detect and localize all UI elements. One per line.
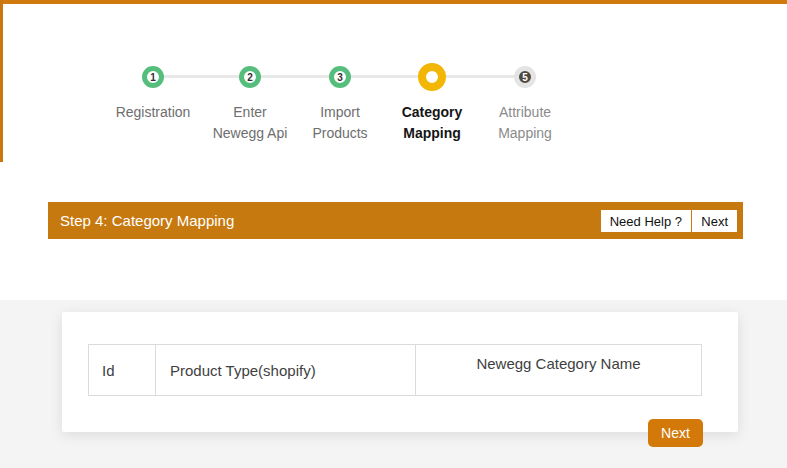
table-header-product-type: Product Type(shopify) — [156, 345, 416, 395]
category-mapping-table: Id Product Type(shopify) Newegg Category… — [88, 344, 702, 396]
step-label: Category Mapping — [384, 102, 480, 144]
step-label: Registration — [105, 102, 201, 123]
progress-stepper: 1 Registration 2 Enter Newegg Api 3 — [0, 0, 787, 160]
step-number: 1 — [150, 72, 156, 83]
step-number: 5 — [522, 72, 528, 83]
step-label: Enter Newegg Api — [202, 102, 298, 144]
table-header-id: Id — [89, 345, 156, 395]
step-label-line2: Mapping — [477, 123, 573, 144]
step-3-circle-icon: 3 — [329, 66, 351, 88]
step-dot-wrap: 3 — [292, 63, 388, 91]
step-number: 2 — [247, 72, 253, 83]
stepper-step-category-mapping[interactable]: Category Mapping — [384, 63, 480, 144]
step-1-circle-icon: 1 — [142, 66, 164, 88]
step-label-line2: Newegg Api — [202, 123, 298, 144]
step-label-line1: Enter — [202, 102, 298, 123]
step-label-line1: Category — [384, 102, 480, 123]
step-dot-wrap: 5 — [477, 63, 573, 91]
step-label-line1: Import — [292, 102, 388, 123]
step-label-line1: Registration — [105, 102, 201, 123]
step-label-line1: Attribute — [477, 102, 573, 123]
need-help-button[interactable]: Need Help ? — [601, 210, 691, 232]
step-label: Attribute Mapping — [477, 102, 573, 144]
step-dot-wrap: 2 — [202, 63, 298, 91]
step-header-bar: Step 4: Category Mapping Need Help ? Nex… — [48, 202, 743, 239]
app-window: 1 Registration 2 Enter Newegg Api 3 — [0, 0, 787, 468]
stepper-step-import-products[interactable]: 3 Import Products — [292, 63, 388, 144]
header-next-button[interactable]: Next — [692, 210, 737, 232]
step-header-title: Step 4: Category Mapping — [48, 212, 234, 229]
step-number: 3 — [337, 72, 343, 83]
category-mapping-card: Id Product Type(shopify) Newegg Category… — [62, 312, 738, 432]
stepper-step-enter-newegg-api[interactable]: 2 Enter Newegg Api — [202, 63, 298, 144]
step-label-line2: Mapping — [384, 123, 480, 144]
step-dot-wrap — [384, 63, 480, 91]
step-5-circle-icon: 5 — [514, 66, 536, 88]
step-4-circle-active-icon — [418, 63, 446, 91]
step-dot-wrap: 1 — [105, 63, 201, 91]
step-label-line2: Products — [292, 123, 388, 144]
step-2-circle-icon: 2 — [239, 66, 261, 88]
footer-next-button[interactable]: Next — [648, 419, 703, 447]
stepper-step-registration[interactable]: 1 Registration — [105, 63, 201, 123]
table-header-newegg-category: Newegg Category Name — [416, 345, 701, 395]
step-label: Import Products — [292, 102, 388, 144]
stepper-step-attribute-mapping[interactable]: 5 Attribute Mapping — [477, 63, 573, 144]
